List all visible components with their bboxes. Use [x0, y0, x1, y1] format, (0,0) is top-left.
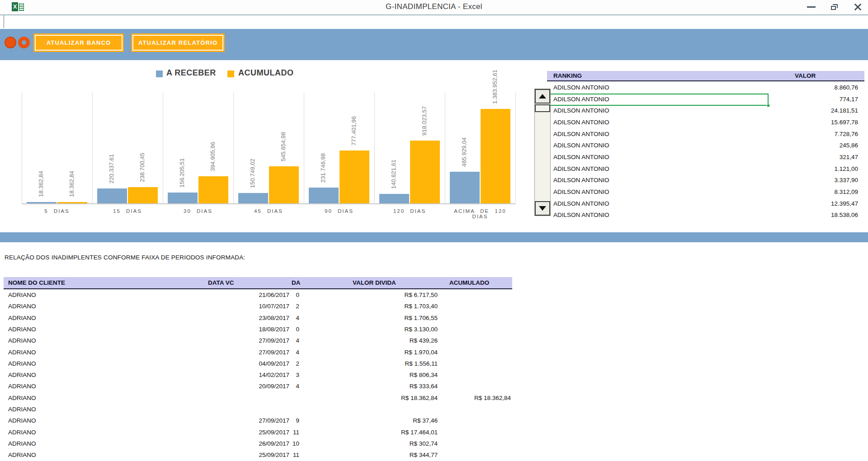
ranking-row[interactable]: ADILSON ANTONIO7.728,76 — [547, 129, 864, 141]
ranking-value-cell: 774,17 — [840, 96, 858, 103]
close-button[interactable] — [849, 0, 866, 14]
legend-label-a-receber: A RECEBER — [166, 68, 216, 78]
detail-row[interactable]: ADRIANOR$ 18.362,84R$ 18.362,84 — [4, 393, 512, 404]
detail-row[interactable]: ADRIANO27/09/20179R$ 37,46 — [4, 415, 512, 427]
ranking-row[interactable]: ADILSON ANTONIO8.312,09 — [547, 187, 864, 198]
category-gridline — [374, 93, 375, 203]
arrow-up-icon — [539, 94, 546, 99]
bar-value-label: 394.905,96 — [209, 142, 217, 171]
restore-icon — [831, 4, 838, 10]
category-gridline — [163, 93, 163, 203]
ranking-value-cell: 8.860,76 — [834, 84, 858, 91]
bar-value-label: 18.362,84 — [38, 171, 45, 197]
ranking-scrollbar[interactable] — [534, 89, 551, 216]
detail-row[interactable]: ADRIANO25/09/201711R$ 17.464,01 — [4, 427, 512, 438]
ranking-name-cell: ADILSON ANTONIO — [553, 165, 609, 172]
detail-da-cell: 2 — [260, 303, 299, 310]
detail-valor-cell: R$ 302,74 — [320, 440, 438, 447]
bar-acumulado-120-dias — [410, 141, 440, 203]
detail-row[interactable]: ADRIANO18/08/20170R$ 3.130,00 — [4, 324, 512, 335]
details-caption: RELAÇÃO DOS INADIMPLENTES CONFORME FAIXA… — [5, 254, 245, 261]
detail-row[interactable]: ADRIANO — [4, 404, 512, 415]
ranking-row[interactable]: ADILSON ANTONIO15.697,78 — [547, 117, 864, 129]
ranking-row[interactable]: ADILSON ANTONIO245,86 — [547, 140, 864, 152]
arrow-down-icon — [539, 206, 546, 211]
detail-row[interactable]: ADRIANO10/07/20172R$ 1.703,40 — [4, 301, 512, 312]
detail-row[interactable]: ADRIANO20/09/20174R$ 333,64 — [4, 381, 512, 392]
bar-value-label: 18.362,84 — [68, 171, 75, 197]
ranking-name-cell: ADILSON ANTONIO — [553, 154, 609, 160]
restore-button[interactable] — [826, 0, 842, 14]
bar-acumulado-45-dias — [269, 166, 299, 203]
ranking-row[interactable]: ADILSON ANTONIO18.538,06 — [547, 210, 864, 221]
ranking-name-cell: ADILSON ANTONIO — [553, 212, 609, 218]
ranking-value-cell: 3.337,90 — [834, 177, 858, 183]
category-gridline — [515, 93, 516, 203]
ranking-name-cell: ADILSON ANTONIO — [553, 119, 609, 126]
ranking-name-cell: ADILSON ANTONIO — [553, 200, 609, 207]
atualizar-relatorio-button[interactable]: ATUALIZAR RELATÓRIO — [132, 35, 223, 51]
bar-a-receber-120-dias — [379, 194, 409, 203]
ranking-name-cell: ADILSON ANTONIO — [553, 177, 609, 183]
bar-value-label: 1.383.952,61 — [491, 70, 499, 104]
detail-row[interactable]: ADRIANO04/09/20172R$ 1.556,11 — [4, 358, 512, 370]
detail-da-cell: 9 — [260, 417, 299, 424]
bar-a-receber-5-dias — [27, 202, 57, 203]
detail-name-cell: ADRIANO — [8, 326, 36, 333]
ranking-row[interactable]: ADILSON ANTONIO1.121,00 — [547, 164, 864, 175]
minimize-button[interactable] — [803, 0, 819, 14]
atualizar-banco-button[interactable]: ATUALIZAR BANCO — [35, 35, 123, 51]
solid-circle-shape — [5, 37, 16, 48]
ranking-name-cell: ADILSON ANTONIO — [553, 142, 609, 149]
detail-row[interactable]: ADRIANO25/09/201711R$ 344,77 — [4, 450, 512, 461]
detail-valor-cell: R$ 333,64 — [320, 383, 438, 390]
ranking-value-cell: 15.697,78 — [831, 119, 858, 126]
bar-value-label: 150.749,02 — [249, 159, 256, 188]
detail-row[interactable]: ADRIANO21/06/20170R$ 6.717,50 — [4, 290, 512, 301]
selected-cell-outline — [547, 94, 769, 106]
detail-valor-cell: R$ 1.970,04 — [320, 349, 438, 356]
category-gridline — [233, 93, 234, 203]
detail-row[interactable]: ADRIANO27/09/20174R$ 1.970,04 — [4, 347, 512, 358]
ranking-value-cell: 12.395,47 — [831, 200, 858, 207]
category-gridline — [22, 93, 22, 203]
category-axis-label: 30 DIAS — [163, 208, 233, 214]
ranking-value-cell: 7.728,76 — [834, 131, 858, 137]
ranking-row[interactable]: ADILSON ANTONIO3.337,90 — [547, 175, 864, 187]
ranking-row[interactable]: ADILSON ANTONIO8.860,76 — [547, 82, 864, 94]
detail-da-cell: 11 — [260, 429, 299, 436]
detail-valor-cell: R$ 3.130,00 — [320, 326, 438, 333]
detail-name-cell: ADRIANO — [8, 337, 36, 344]
bar-a-receber-90-dias — [309, 188, 339, 203]
detail-da-cell: 0 — [260, 326, 299, 333]
bar-acumulado-90-dias — [340, 151, 369, 203]
detail-row[interactable]: ADRIANO14/02/20173R$ 806,34 — [4, 370, 512, 381]
macro-toolbar-band: ATUALIZAR BANCO ATUALIZAR RELATÓRIO — [0, 29, 868, 60]
ranking-value-cell: 8.312,09 — [834, 188, 858, 195]
legend-swatch-a-receber — [156, 71, 163, 77]
detail-name-cell: ADRIANO — [8, 429, 36, 436]
category-gridline — [304, 93, 304, 203]
ring-circle-shape — [18, 37, 30, 48]
detail-name-cell: ADRIANO — [8, 383, 36, 390]
ranking-row[interactable]: ADILSON ANTONIO24.181,51 — [547, 105, 864, 117]
detail-name-cell: ADRIANO — [8, 440, 36, 447]
detail-valor-cell: R$ 37,46 — [320, 417, 438, 424]
detail-valor-cell: R$ 18.362,84 — [320, 395, 438, 401]
section-separator-band — [0, 232, 868, 242]
detail-da-cell: 11 — [260, 452, 299, 458]
detail-row[interactable]: ADRIANO27/09/20174R$ 439,26 — [4, 335, 512, 347]
detail-row[interactable]: ADRIANO23/08/20174R$ 1.706,55 — [4, 313, 512, 324]
ranking-row[interactable]: ADILSON ANTONIO12.395,47 — [547, 198, 864, 210]
detail-row[interactable]: ADRIANO26/09/201710R$ 302,74 — [4, 438, 512, 450]
scroll-down-button[interactable] — [535, 201, 550, 216]
bar-acumulado-5-dias — [57, 202, 87, 203]
scrollbar-thumb[interactable] — [535, 104, 550, 112]
ranking-name-cell: ADILSON ANTONIO — [553, 107, 609, 114]
header-valor-divida: VALOR DIVIDA — [316, 279, 433, 286]
window-title: G-INADIMPLENCIA - Excel — [0, 2, 868, 11]
ranking-row[interactable]: ADILSON ANTONIO321,47 — [547, 152, 864, 164]
scroll-up-button[interactable] — [535, 89, 550, 103]
detail-valor-cell: R$ 344,77 — [320, 452, 438, 458]
selection-fill-handle[interactable] — [767, 104, 770, 107]
